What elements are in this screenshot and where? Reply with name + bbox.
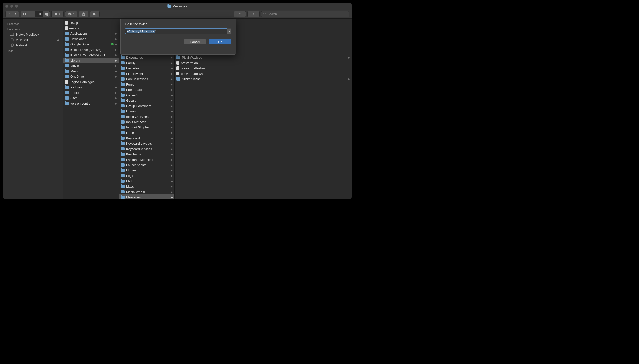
share-button[interactable]	[79, 11, 89, 17]
sync-check-icon: ✓	[111, 43, 114, 46]
file-row[interactable]: Library▶	[119, 168, 174, 173]
file-row[interactable]: Pictures▶	[63, 84, 119, 90]
chevron-right-icon: ▶	[171, 126, 173, 129]
zoom-button[interactable]	[15, 5, 18, 8]
folder-icon	[121, 104, 125, 108]
file-row[interactable]: Internet Plug-Ins▶	[119, 124, 174, 130]
search-field[interactable]: Search	[261, 11, 349, 17]
forward-button[interactable]	[12, 11, 19, 17]
file-row[interactable]: Public▶	[63, 90, 119, 95]
folder-icon	[121, 131, 125, 134]
file-icon	[177, 72, 179, 76]
list-view-button[interactable]	[28, 11, 35, 17]
sidebar-item[interactable]: Nate's MacBook	[3, 32, 63, 37]
minimize-button[interactable]	[10, 5, 13, 8]
chevron-right-icon: ▶	[115, 54, 117, 56]
folder-icon	[121, 169, 125, 172]
file-row[interactable]: LanguageModeling▶	[119, 157, 174, 162]
svg-rect-25	[11, 38, 14, 41]
file-row[interactable]: prewarm.db	[175, 60, 352, 66]
folder-icon	[121, 94, 125, 97]
file-label: prewarm.db-shm	[181, 66, 205, 70]
file-row[interactable]: prewarm.db-wal	[175, 71, 352, 76]
file-row[interactable]: iCloud Driv…Archive) - 1▶	[63, 52, 119, 58]
sidebar-item[interactable]: Network	[3, 42, 63, 48]
file-row[interactable]: MediaStream▶	[119, 189, 174, 194]
folder-icon	[121, 196, 125, 199]
file-row[interactable]: prewarm.db-shm	[175, 66, 352, 71]
file-row[interactable]: Dictionaries▶	[119, 55, 174, 60]
file-row[interactable]: –e.zip	[63, 20, 119, 26]
file-label: OneDrive	[70, 75, 84, 78]
file-label: LaunchAgents	[126, 163, 146, 167]
file-label: GameKit	[126, 93, 139, 97]
file-row[interactable]: Movies▶	[63, 63, 119, 68]
action-button[interactable]: ▼	[65, 11, 77, 17]
file-row[interactable]: Messages▶	[119, 194, 174, 199]
file-row[interactable]: –er.zip	[63, 26, 119, 31]
file-row[interactable]: Sites▶	[63, 95, 119, 101]
file-row[interactable]: Applications▶	[63, 31, 119, 36]
folder-icon	[65, 38, 69, 40]
chevron-right-icon: ▶	[171, 72, 173, 75]
file-row[interactable]: KeyboardServices▶	[119, 146, 174, 152]
file-row[interactable]: Logs▶	[119, 173, 174, 178]
file-row[interactable]: Downloads▶	[63, 36, 119, 42]
cancel-button[interactable]: Cancel	[184, 39, 206, 44]
file-row[interactable]: Maps▶	[119, 184, 174, 189]
file-row[interactable]: Fonts▶	[119, 82, 174, 87]
file-row[interactable]: Keyboard▶	[119, 135, 174, 141]
sidebar-item[interactable]: 2TB SSD⏏	[3, 37, 63, 42]
path-input[interactable]	[125, 28, 227, 34]
window-title: Messages	[168, 4, 187, 8]
file-row[interactable]: Music▶	[63, 68, 119, 74]
icon-view-button[interactable]	[21, 11, 28, 17]
file-row[interactable]: Keychains▶	[119, 152, 174, 157]
chevron-right-icon: ▶	[171, 110, 173, 112]
folder-icon	[121, 78, 125, 80]
combo-toggle[interactable]: ▼	[227, 28, 232, 34]
sidebar-item-label: Network	[16, 44, 28, 47]
file-row[interactable]: OneDrive▶	[63, 74, 119, 79]
file-row[interactable]: Favorites▶	[119, 66, 174, 71]
file-row[interactable]: iCloud Drive (Archive)▶	[63, 47, 119, 52]
file-row[interactable]: Google▶	[119, 98, 174, 103]
file-row[interactable]: iTunes▶	[119, 130, 174, 135]
eject-icon[interactable]: ⏏	[57, 38, 60, 41]
disk-icon	[10, 38, 14, 42]
nav-group	[6, 11, 19, 17]
tags-button[interactable]	[90, 11, 100, 17]
folder-icon	[168, 5, 171, 8]
file-label: iCloud Driv…Archive) - 1	[70, 53, 105, 57]
file-row[interactable]: PluginPayload▶	[175, 55, 352, 60]
file-row[interactable]: Keyboard Layouts▶	[119, 141, 174, 146]
file-row[interactable]: FrontBoard▶	[119, 87, 174, 92]
file-label: Keyboard	[126, 136, 140, 140]
file-row[interactable]: Family▶	[119, 60, 174, 66]
close-button[interactable]	[6, 5, 8, 8]
file-row[interactable]: HomeKit▶	[119, 108, 174, 114]
go-button[interactable]: Go	[209, 39, 232, 44]
dropdown-1[interactable]: ▼	[234, 11, 246, 17]
folder-icon	[121, 120, 125, 124]
file-row[interactable]: Library▶	[63, 58, 119, 63]
file-row[interactable]: FileProvider▶	[119, 71, 174, 76]
gallery-view-button[interactable]	[43, 11, 50, 17]
file-row[interactable]: Input Methods▶	[119, 119, 174, 124]
column-view-button[interactable]	[35, 11, 43, 17]
file-row[interactable]: Mail▶	[119, 178, 174, 184]
dropdown-2[interactable]: ▼	[247, 11, 260, 17]
file-row[interactable]: StickerCache▶	[175, 76, 352, 82]
file-row[interactable]: GameKit▶	[119, 92, 174, 98]
file-row[interactable]: LaunchAgents▶	[119, 162, 174, 168]
back-button[interactable]	[6, 11, 12, 17]
file-row[interactable]: Group Containers▶	[119, 103, 174, 108]
chevron-right-icon: ▶	[171, 153, 173, 156]
file-row[interactable]: FontCollections▶	[119, 76, 174, 82]
file-row[interactable]: IdentityServices▶	[119, 114, 174, 119]
file-row[interactable]: Pagico Data.pgco	[63, 79, 119, 84]
svg-line-22	[265, 15, 266, 16]
file-row[interactable]: Google Drive✓▶	[63, 42, 119, 47]
arrange-button[interactable]: ▼	[51, 11, 64, 17]
file-row[interactable]: version-control▶	[63, 101, 119, 106]
